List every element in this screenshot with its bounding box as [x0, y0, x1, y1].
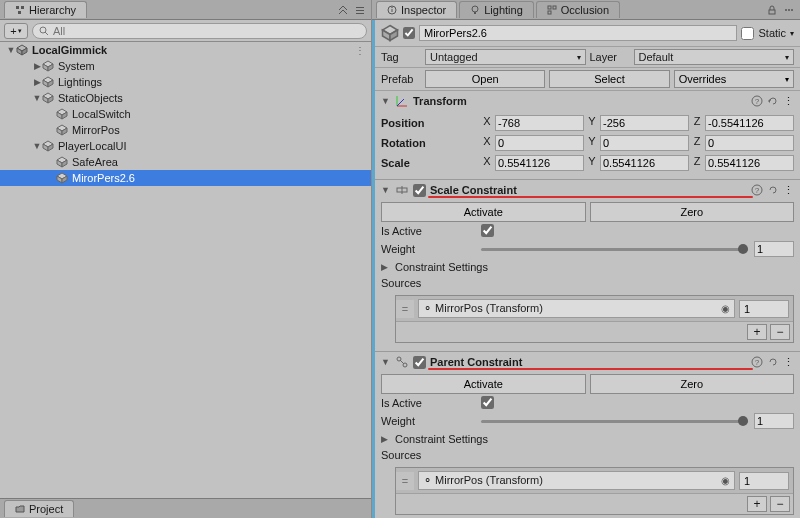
source-object-field[interactable]: ⚬ MirrorPos (Transform) ◉: [418, 471, 735, 490]
foldout-arrow-icon[interactable]: ▶: [32, 61, 42, 71]
tab-hierarchy[interactable]: Hierarchy: [4, 1, 87, 18]
tab-hierarchy-label: Hierarchy: [29, 4, 76, 16]
hierarchy-item-label: LocalSwitch: [70, 108, 131, 120]
search-input[interactable]: [53, 25, 360, 37]
rotation-x-input[interactable]: [495, 135, 584, 151]
row-menu-icon[interactable]: ⋮: [355, 45, 371, 56]
tab-lighting[interactable]: Lighting: [459, 1, 534, 18]
component-enabled-checkbox[interactable]: [413, 184, 426, 197]
component-menu-icon[interactable]: ⋮: [783, 95, 794, 108]
help-icon[interactable]: ?: [751, 184, 763, 196]
hierarchy-item[interactable]: MirorPers2.6: [0, 170, 371, 186]
prefab-select-button[interactable]: Select: [549, 70, 669, 88]
component-enabled-checkbox[interactable]: [413, 356, 426, 369]
source-weight-input[interactable]: [739, 300, 789, 318]
scene-row[interactable]: ▼ LocalGimmick ⋮: [0, 42, 371, 58]
position-x-input[interactable]: [495, 115, 584, 131]
drag-handle-icon[interactable]: =: [396, 300, 414, 318]
hierarchy-item[interactable]: ▼PlayerLocalUI: [0, 138, 371, 154]
weight-slider[interactable]: [481, 420, 748, 423]
foldout-arrow-icon[interactable]: ▼: [32, 93, 42, 103]
transform-icon: [395, 94, 409, 108]
tab-project[interactable]: Project: [4, 500, 74, 517]
tag-label: Tag: [381, 51, 421, 63]
prefab-overrides-button[interactable]: Overrides▾: [674, 70, 794, 88]
hierarchy-item-label: System: [56, 60, 95, 72]
tab-inspector[interactable]: Inspector: [376, 1, 457, 18]
search-field[interactable]: [32, 23, 367, 39]
rotation-z-input[interactable]: [705, 135, 794, 151]
component-title: Scale Constraint: [430, 184, 747, 196]
hierarchy-item[interactable]: LocalSwitch: [0, 106, 371, 122]
reset-icon[interactable]: [767, 356, 779, 368]
svg-rect-0: [16, 6, 19, 9]
layer-dropdown[interactable]: Default▾: [634, 49, 795, 65]
foldout-arrow-icon[interactable]: ▼: [32, 141, 42, 151]
foldout-arrow-icon[interactable]: ▼: [381, 185, 391, 195]
svg-rect-2: [18, 11, 21, 14]
static-checkbox[interactable]: [741, 27, 754, 40]
svg-line-7: [45, 32, 48, 35]
panel-menu-icon[interactable]: [336, 3, 350, 17]
tab-label: Inspector: [401, 4, 446, 16]
panel-options-icon[interactable]: [353, 3, 367, 17]
position-z-input[interactable]: [705, 115, 794, 131]
remove-source-button[interactable]: −: [770, 496, 790, 512]
hierarchy-item-label: StaticObjects: [56, 92, 123, 104]
prefab-open-button[interactable]: Open: [425, 70, 545, 88]
tag-dropdown[interactable]: Untagged▾: [425, 49, 586, 65]
position-y-input[interactable]: [600, 115, 689, 131]
help-icon[interactable]: ?: [751, 356, 763, 368]
hierarchy-item[interactable]: ▶System: [0, 58, 371, 74]
hierarchy-item[interactable]: SafeArea: [0, 154, 371, 170]
foldout-arrow-icon[interactable]: ▶: [32, 77, 42, 87]
reset-icon[interactable]: [767, 95, 779, 107]
is-active-checkbox[interactable]: [481, 224, 494, 237]
prefab-row: Prefab Open Select Overrides▾: [375, 68, 800, 91]
component-menu-icon[interactable]: ⋮: [783, 184, 794, 197]
scale-z-input[interactable]: [705, 155, 794, 171]
zero-button[interactable]: Zero: [590, 202, 795, 222]
add-source-button[interactable]: +: [747, 496, 767, 512]
tab-occlusion[interactable]: Occlusion: [536, 1, 620, 18]
create-button[interactable]: +▾: [4, 23, 28, 39]
hierarchy-item-label: PlayerLocalUI: [56, 140, 126, 152]
hierarchy-item[interactable]: ▶Lightings: [0, 74, 371, 90]
drag-handle-icon[interactable]: =: [396, 472, 414, 490]
activate-button[interactable]: Activate: [381, 374, 586, 394]
help-icon[interactable]: ?: [751, 95, 763, 107]
rotation-y-input[interactable]: [600, 135, 689, 151]
source-weight-input[interactable]: [739, 472, 789, 490]
source-object-field[interactable]: ⚬ MirrorPos (Transform) ◉: [418, 299, 735, 318]
foldout-arrow-icon[interactable]: ▶: [381, 434, 391, 444]
hierarchy-tree[interactable]: ▼ LocalGimmick ⋮ ▶System▶Lightings▼Stati…: [0, 42, 371, 498]
weight-slider[interactable]: [481, 248, 748, 251]
hierarchy-item[interactable]: MirrorPos: [0, 122, 371, 138]
static-dropdown-icon[interactable]: ▾: [790, 29, 794, 38]
foldout-arrow-icon[interactable]: ▼: [381, 96, 391, 106]
foldout-arrow-icon[interactable]: ▶: [381, 262, 391, 272]
scale-y-input[interactable]: [600, 155, 689, 171]
add-source-button[interactable]: +: [747, 324, 767, 340]
is-active-checkbox[interactable]: [481, 396, 494, 409]
gameobject-name-input[interactable]: [419, 25, 737, 41]
svg-rect-39: [474, 12, 476, 14]
activate-button[interactable]: Activate: [381, 202, 586, 222]
panel-options-icon[interactable]: [782, 3, 796, 17]
weight-input[interactable]: [754, 413, 794, 429]
scale-x-input[interactable]: [495, 155, 584, 171]
lock-icon[interactable]: [765, 3, 779, 17]
foldout-arrow-icon[interactable]: ▼: [6, 45, 16, 55]
object-picker-icon[interactable]: ◉: [721, 475, 730, 486]
object-picker-icon[interactable]: ◉: [721, 303, 730, 314]
remove-source-button[interactable]: −: [770, 324, 790, 340]
hierarchy-item[interactable]: ▼StaticObjects: [0, 90, 371, 106]
info-icon: [387, 5, 397, 15]
weight-input[interactable]: [754, 241, 794, 257]
component-menu-icon[interactable]: ⋮: [783, 356, 794, 369]
enabled-checkbox[interactable]: [403, 27, 415, 39]
zero-button[interactable]: Zero: [590, 374, 795, 394]
search-icon: [39, 26, 49, 36]
reset-icon[interactable]: [767, 184, 779, 196]
foldout-arrow-icon[interactable]: ▼: [381, 357, 391, 367]
